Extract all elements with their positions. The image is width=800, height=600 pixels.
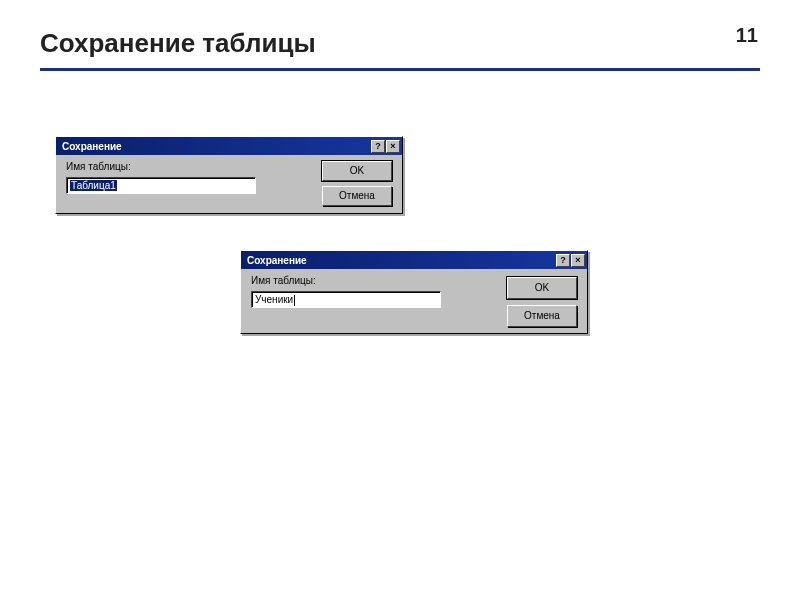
input-value-selected: Таблица1 bbox=[70, 180, 117, 191]
titlebar-title: Сохранение bbox=[243, 255, 307, 266]
ok-button[interactable]: OK bbox=[507, 277, 577, 299]
page-title: Сохранение таблицы bbox=[40, 28, 760, 59]
cancel-button[interactable]: Отмена bbox=[507, 305, 577, 327]
ok-button[interactable]: OK bbox=[322, 161, 392, 181]
titlebar[interactable]: Сохранение ? × bbox=[56, 137, 402, 155]
cancel-button[interactable]: Отмена bbox=[322, 186, 392, 206]
save-dialog-2: Сохранение ? × Имя таблицы: Ученики OK О… bbox=[240, 250, 588, 334]
close-icon[interactable]: × bbox=[571, 254, 585, 267]
header-divider bbox=[40, 68, 760, 71]
input-value: Ученики bbox=[255, 294, 295, 305]
help-icon[interactable]: ? bbox=[371, 140, 385, 153]
table-name-input[interactable]: Таблица1 bbox=[66, 177, 256, 194]
close-icon[interactable]: × bbox=[386, 140, 400, 153]
help-icon[interactable]: ? bbox=[556, 254, 570, 267]
table-name-input[interactable]: Ученики bbox=[251, 291, 441, 308]
titlebar[interactable]: Сохранение ? × bbox=[241, 251, 587, 269]
page-number: 11 bbox=[736, 24, 758, 47]
titlebar-title: Сохранение bbox=[58, 141, 122, 152]
save-dialog-1: Сохранение ? × Имя таблицы: Таблица1 OK … bbox=[55, 136, 403, 214]
